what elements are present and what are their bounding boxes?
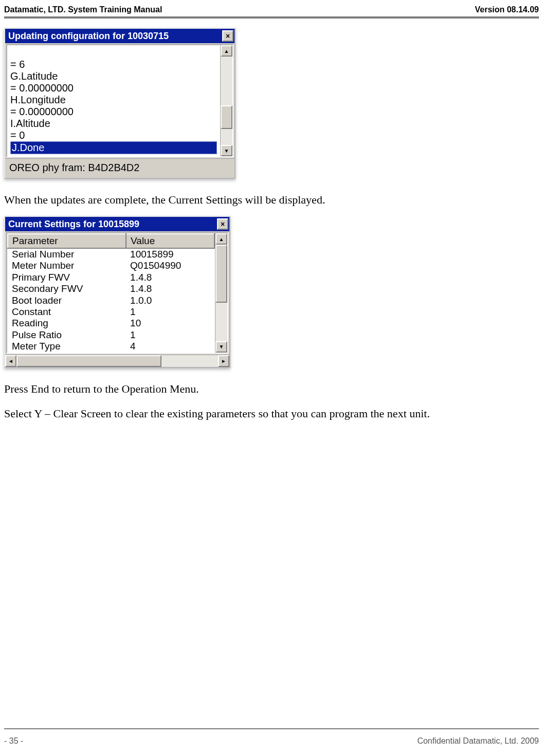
table-row: Serial Number10015899 (8, 248, 214, 260)
titlebar[interactable]: Updating configuration for 10030715 × (5, 29, 234, 43)
window-updating-config: Updating configuration for 10030715 × = … (4, 28, 236, 179)
scroll-thumb[interactable] (215, 245, 227, 303)
cell-param: Pulse Ratio (8, 329, 126, 341)
scroll-track[interactable] (221, 57, 232, 145)
paragraph: Press End to return to the Operation Men… (4, 382, 539, 396)
window-current-settings: Current Settings for 10015899 × Paramete… (4, 216, 230, 368)
cell-value: 1.4.8 (126, 283, 214, 294)
scroll-track[interactable] (16, 355, 218, 367)
scroll-up-icon[interactable]: ▲ (215, 233, 227, 245)
cell-value: 1 (126, 306, 214, 318)
cell-param: Meter Type (8, 341, 126, 352)
cell-param: Secondary FWV (8, 283, 126, 294)
table-row: Primary FWV1.4.8 (8, 272, 214, 283)
window-client-area: = 6 G.Latitude = 0.00000000 H.Longitude … (6, 44, 233, 157)
table-row: Meter Type4 (8, 341, 214, 352)
cell-param: Boot loader (8, 295, 126, 306)
header-left: Datamatic, LTD. System Training Manual (4, 5, 162, 14)
cell-value: Q01504990 (126, 260, 214, 271)
window-client-area: Parameter Value Serial Number10015899 Me… (6, 232, 228, 354)
log-line: I.Altitude (10, 118, 217, 130)
scroll-right-icon[interactable]: ► (218, 355, 229, 367)
column-header-value[interactable]: Value (126, 234, 214, 248)
close-icon[interactable]: × (222, 30, 233, 42)
log-line: = 6 (10, 59, 217, 70)
paragraph: When the updates are complete, the Curre… (4, 193, 539, 207)
cell-value: 1 (126, 329, 214, 341)
cell-param: Constant (8, 306, 126, 318)
cell-value: 4 (126, 341, 214, 352)
cell-value: 1.4.8 (126, 272, 214, 283)
footer-confidential: Confidential Datamatic, Ltd. 2009 (417, 736, 539, 746)
scroll-track[interactable] (215, 245, 227, 341)
window-title: Updating configuration for 10030715 (8, 31, 169, 42)
scroll-up-icon[interactable]: ▲ (221, 45, 232, 57)
table-row: Pulse Ratio1 (8, 329, 214, 341)
log-line: H.Longitude (10, 94, 217, 106)
vertical-scrollbar[interactable]: ▲ ▼ (215, 233, 227, 353)
cell-value: 1.0.0 (126, 295, 214, 306)
footer-rule (4, 728, 539, 729)
horizontal-scrollbar[interactable]: ◄ ► (5, 355, 229, 367)
scroll-thumb[interactable] (16, 355, 161, 367)
table-row: Reading10 (8, 318, 214, 329)
log-line: = 0.00000000 (10, 82, 217, 94)
scroll-down-icon[interactable]: ▼ (221, 145, 232, 156)
settings-table: Parameter Value Serial Number10015899 Me… (7, 233, 215, 353)
log-line: G.Latitude (10, 70, 217, 82)
header-right: Version 08.14.09 (475, 5, 539, 14)
cell-param: Reading (8, 318, 126, 329)
cell-value: 10015899 (126, 248, 214, 260)
scroll-thumb[interactable] (221, 105, 232, 129)
scroll-left-icon[interactable]: ◄ (5, 355, 16, 367)
titlebar[interactable]: Current Settings for 10015899 × (5, 217, 229, 231)
table-row: Boot loader1.0.0 (8, 295, 214, 306)
status-bar: OREO phy fram: B4D2B4D2 (5, 158, 234, 178)
page-number: - 35 - (4, 736, 23, 746)
cell-param: Serial Number (8, 248, 126, 260)
table-row: Constant1 (8, 306, 214, 318)
window-title: Current Settings for 10015899 (8, 219, 139, 230)
close-icon[interactable]: × (217, 218, 228, 230)
log-line: = 0.00000000 (10, 106, 217, 118)
cell-param: Meter Number (8, 260, 126, 271)
log-line: = 0 (10, 130, 217, 141)
table-wrapper: Parameter Value Serial Number10015899 Me… (7, 233, 215, 353)
cell-value: 10 (126, 318, 214, 329)
header-rule (4, 16, 539, 19)
column-header-parameter[interactable]: Parameter (8, 234, 126, 248)
log-text: = 6 G.Latitude = 0.00000000 H.Longitude … (7, 45, 220, 156)
vertical-scrollbar[interactable]: ▲ ▼ (220, 45, 232, 156)
table-row: Meter NumberQ01504990 (8, 260, 214, 271)
cell-param: Primary FWV (8, 272, 126, 283)
scroll-down-icon[interactable]: ▼ (215, 341, 227, 353)
table-row: Secondary FWV1.4.8 (8, 283, 214, 294)
paragraph: Select Y – Clear Screen to clear the exi… (4, 407, 539, 420)
table-header-row: Parameter Value (8, 234, 214, 248)
log-line-selected[interactable]: J.Done (10, 141, 217, 154)
